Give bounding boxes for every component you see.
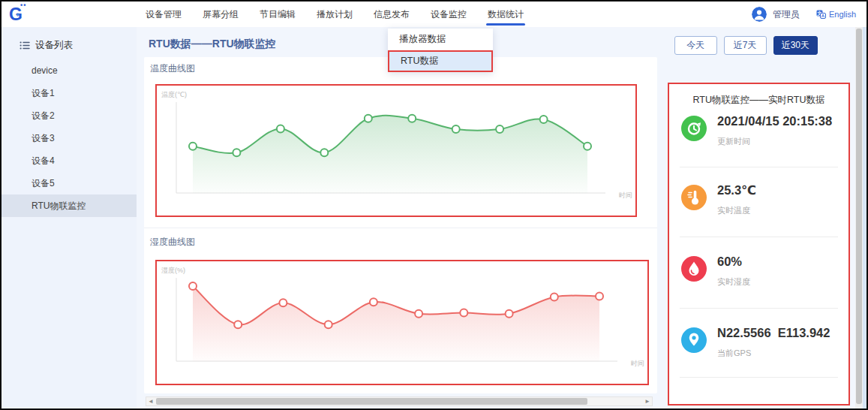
dropdown-item-播放器数据[interactable]: 播放器数据: [388, 29, 493, 50]
range-button-今天[interactable]: 今天: [674, 36, 717, 55]
top-navigation: G •• + 设备管理屏幕分组节目编辑播放计划信息发布设备监控数据统计 管理员 …: [2, 2, 866, 27]
app-window: G •• + 设备管理屏幕分组节目编辑播放计划信息发布设备监控数据统计 管理员 …: [0, 0, 868, 410]
statistics-dropdown-menu: 播放器数据RTU数据: [388, 29, 493, 72]
nav-user-area: 管理员 文A English: [752, 7, 866, 22]
sidebar-item-device[interactable]: device: [2, 59, 137, 82]
gps-map-pin-icon: [681, 327, 707, 353]
range-button-近30天[interactable]: 近30天: [773, 36, 818, 55]
realtime-rtu-panel: RTU物联监控——实时RTU数据 2021/04/15 20:15:38更新时间…: [668, 83, 850, 405]
panel-item-value: 2021/04/15 20:15:38: [717, 114, 832, 128]
panel-item-label: 更新时间: [717, 136, 750, 147]
dropdown-item-RTU数据[interactable]: RTU数据: [388, 50, 493, 72]
svg-text:A: A: [821, 14, 825, 18]
panel-title: RTU物联监控——实时RTU数据: [669, 94, 848, 107]
panel-divider: [680, 377, 838, 378]
panel-item-当前GPS: N22.5566 E113.942当前GPS: [681, 326, 841, 372]
scroll-right-arrow-icon[interactable]: ►: [643, 397, 652, 405]
sidebar-item-设备5[interactable]: 设备5: [2, 172, 137, 194]
horizontal-scroll-thumb[interactable]: [156, 398, 587, 405]
charts-card: 温度曲线图 温度(℃) 时间 湿度曲线图 湿度(%) 时间: [144, 57, 657, 393]
humidity-drop-icon: [681, 256, 707, 282]
nav-item-设备监控[interactable]: 设备监控: [420, 2, 477, 27]
panel-item-label: 实时温度: [717, 205, 750, 216]
humidity-x-axis-label: 时间: [631, 359, 644, 369]
temperature-x-axis-label: 时间: [619, 191, 632, 200]
panel-divider: [680, 308, 838, 309]
nav-item-数据统计[interactable]: 数据统计: [477, 2, 534, 27]
brand-logo-icon[interactable]: G •• +: [9, 5, 32, 24]
panel-item-label: 当前GPS: [717, 348, 751, 359]
nav-item-播放计划[interactable]: 播放计划: [306, 2, 363, 27]
date-range-buttons: 今天近7天近30天: [674, 36, 818, 55]
sidebar-item-设备2[interactable]: 设备2: [2, 104, 137, 127]
panel-divider: [680, 167, 838, 167]
user-name[interactable]: 管理员: [773, 8, 800, 21]
translate-icon: 文A: [816, 10, 826, 19]
temperature-y-axis-label: 温度(℃): [161, 90, 187, 100]
device-list: device设备1设备2设备3设备4设备5RTU物联监控: [2, 59, 137, 217]
thermometer-icon: [681, 185, 707, 210]
user-avatar[interactable]: [752, 7, 767, 22]
panel-divider: [680, 237, 838, 237]
panel-item-label: 实时湿度: [717, 276, 750, 288]
sidebar-header-label: 设备列表: [35, 39, 73, 52]
sidebar-item-设备1[interactable]: 设备1: [2, 82, 137, 104]
logo-plus: +: [16, 11, 20, 19]
language-switch[interactable]: 文A English: [816, 10, 856, 19]
vertical-scrollbar[interactable]: [855, 27, 863, 408]
panel-item-value: 25.3℃: [717, 183, 756, 197]
device-sidebar: 设备列表 device设备1设备2设备3设备4设备5RTU物联监控: [2, 27, 137, 408]
humidity-y-axis-label: 湿度(%): [161, 266, 185, 276]
window-edge-strip: [863, 27, 866, 408]
list-icon: [20, 41, 30, 50]
card-divider: [144, 228, 657, 228]
refresh-clock-icon: [681, 116, 707, 141]
temperature-line-chart: [157, 86, 632, 213]
nav-item-设备管理[interactable]: 设备管理: [135, 2, 192, 27]
sidebar-item-设备3[interactable]: 设备3: [2, 127, 137, 149]
humidity-chart-label: 湿度曲线图: [150, 236, 195, 249]
temperature-chart-label: 温度曲线图: [150, 62, 195, 75]
sidebar-header: 设备列表: [2, 27, 137, 59]
panel-item-实时湿度: 60%实时湿度: [681, 255, 841, 301]
scroll-left-arrow-icon[interactable]: ◄: [146, 397, 155, 405]
panel-item-实时温度: 25.3℃实时温度: [681, 183, 841, 230]
annotation-box-temperature-chart: 温度(℃) 时间: [155, 84, 637, 217]
sidebar-item-RTU物联监控[interactable]: RTU物联监控: [2, 194, 137, 217]
panel-item-value: N22.5566 E113.942: [717, 326, 830, 340]
nav-item-节目编辑[interactable]: 节目编辑: [249, 2, 306, 27]
sidebar-item-设备4[interactable]: 设备4: [2, 149, 137, 172]
panel-item-value: 60%: [717, 255, 742, 269]
nav-item-屏幕分组[interactable]: 屏幕分组: [192, 2, 249, 27]
annotation-box-humidity-chart: 湿度(%) 时间: [155, 260, 649, 385]
page-title: RTU数据——RTU物联监控: [149, 38, 276, 51]
nav-menu: 设备管理屏幕分组节目编辑播放计划信息发布设备监控数据统计: [135, 2, 534, 27]
panel-item-更新时间: 2021/04/15 20:15:38更新时间: [681, 114, 841, 161]
nav-item-信息发布[interactable]: 信息发布: [363, 2, 420, 27]
vertical-scroll-thumb[interactable]: [856, 29, 862, 404]
humidity-line-chart: [157, 261, 644, 381]
logo-dots: ••: [20, 2, 26, 9]
range-button-近7天[interactable]: 近7天: [724, 36, 767, 55]
horizontal-scrollbar[interactable]: ◄ ►: [146, 396, 653, 406]
